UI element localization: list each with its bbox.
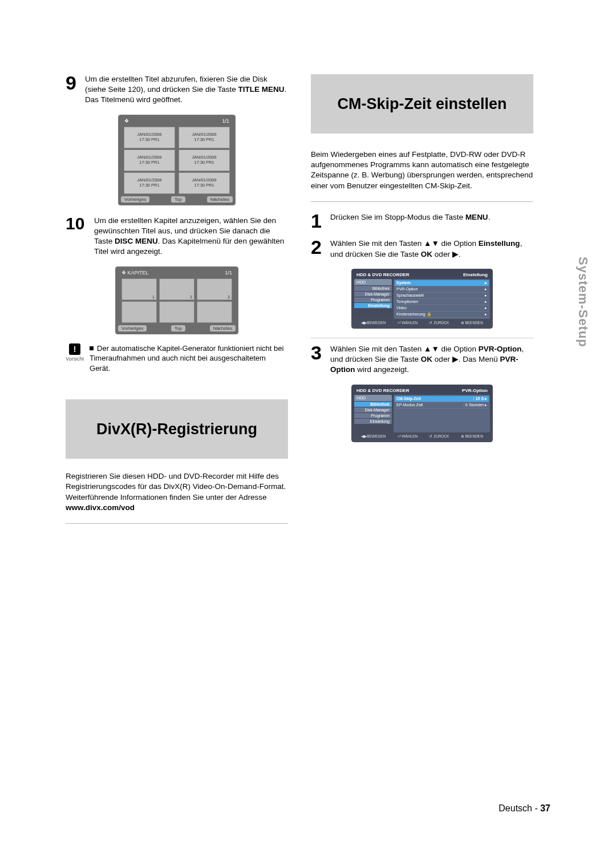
title-thumb: JAN/01/200617:30 PR1 xyxy=(124,127,175,148)
chapter-thumb: 3 xyxy=(197,278,232,300)
page-indicator: 1/1 xyxy=(225,270,232,276)
divider xyxy=(66,523,288,524)
side-item: Einstellung xyxy=(354,419,392,424)
side-item: Disk-Manager xyxy=(354,407,392,413)
prev-button: Vorheriges xyxy=(118,325,147,331)
title-thumb: JAN/01/200617:30 PR1 xyxy=(179,172,230,194)
page-indicator: 1/1 xyxy=(222,118,229,124)
step-1: 1 Drücken Sie im Stopp-Modus die Taste M… xyxy=(311,212,533,230)
square-bullet-icon xyxy=(90,346,94,350)
step-3: 3 Wählen Sie mit den Tasten ▲▼ die Optio… xyxy=(311,344,533,375)
panel-breadcrumb: PVR-Option xyxy=(462,388,488,393)
title-thumb: JAN/01/200617:30 PR1 xyxy=(124,149,175,171)
menu-row: System▸ xyxy=(395,280,489,286)
title-thumb: JAN/01/200617:30 PR1 xyxy=(179,149,230,171)
menu-row: EP-Modus Zeit: 6 Stunden ▸ xyxy=(395,402,489,409)
title-menu-screenshot: ❖ 1/1 JAN/01/200617:30 PR1 JAN/01/200617… xyxy=(118,115,236,205)
right-column: CM-Skip-Zeit einstellen Beim Wiedergeben… xyxy=(311,74,533,534)
side-item: Programm xyxy=(354,297,392,302)
side-item-selected: Bibliothek xyxy=(354,402,392,407)
chapter-thumb xyxy=(121,301,157,323)
menu-row: Tonoptionen▸ xyxy=(395,299,489,305)
menu-row: Kindersicherung 🔒▸ xyxy=(395,312,489,318)
divider xyxy=(311,201,533,202)
kapitel-head: ❖ KAPITEL xyxy=(121,270,149,276)
section-side-tab: System-Setup xyxy=(576,257,590,347)
menu-row: CM-Skip-Zeit: 15 S ▸ xyxy=(395,396,489,402)
top-button: Top xyxy=(171,325,185,331)
side-head: HDD xyxy=(354,395,392,401)
next-button: Nächstes xyxy=(210,325,236,331)
panel-footer-hints: ◀▶BEWEGEN ⏎ WÄHLEN ↺ ZURÜCK ⊗ BEENDEN xyxy=(354,319,490,326)
step-number: 1 xyxy=(311,212,326,230)
menu-row: PVR-Option▸ xyxy=(395,286,489,293)
panel-title: HDD & DVD RECORDER xyxy=(356,388,409,393)
menu-row: Sprachauswahl▸ xyxy=(395,293,489,299)
step-10: 10 Um die erstellten Kapitel anzuzeigen,… xyxy=(66,216,288,257)
divider xyxy=(311,338,533,338)
panel-footer-hints: ◀▶BEWEGEN ⏎ WÄHLEN ↺ ZURÜCK ⊗ BEENDEN xyxy=(354,432,490,439)
prev-button: Vorheriges xyxy=(121,196,149,203)
step-2: 2 Wählen Sie mit den Tasten ▲▼ die Optio… xyxy=(311,238,533,259)
chapter-thumb xyxy=(159,301,194,323)
osd-panel-pvr: HDD & DVD RECORDER PVR-Option HDD Biblio… xyxy=(351,385,493,442)
menu-row: Video▸ xyxy=(395,305,489,312)
side-item: Programm xyxy=(354,413,392,418)
title-thumb: JAN/01/200617:30 PR1 xyxy=(179,127,230,148)
panel-breadcrumb: Einstellung xyxy=(463,272,488,277)
step-text: Um die erstellten Kapitel anzuzeigen, wä… xyxy=(94,216,288,257)
side-item: Bibliothek xyxy=(354,286,392,291)
chapter-thumb xyxy=(197,301,232,323)
next-button: Nächstes xyxy=(207,196,233,203)
glyph-icon: ❖ xyxy=(124,118,129,124)
left-column: 9 Um die erstellten Titel abzurufen, fix… xyxy=(66,74,288,534)
chapter-menu-screenshot: ❖ KAPITEL 1/1 1 2 3 Vorheriges Top Nächs… xyxy=(115,266,238,334)
title-thumb: JAN/01/200617:30 PR1 xyxy=(124,172,175,194)
caution-icon: ! Vorsicht xyxy=(66,343,84,362)
step-number: 2 xyxy=(311,238,326,259)
manual-page: System-Setup 9 Um die erstellten Titel a… xyxy=(0,0,616,845)
step-number: 3 xyxy=(311,344,326,375)
divx-section-title: DivX(R)-Registrierung xyxy=(66,399,288,459)
step-9: 9 Um die erstellten Titel abzurufen, fix… xyxy=(66,74,288,106)
side-head: HDD xyxy=(354,279,392,285)
caution-text: Der automatische Kapitel-Generator funkt… xyxy=(90,343,288,374)
page-footer: Deutsch - 37 xyxy=(499,803,550,814)
chapter-thumb: 2 xyxy=(159,278,194,300)
cmskip-section-title: CM-Skip-Zeit einstellen xyxy=(311,74,533,134)
divx-paragraph: Registrieren Sie diesen HDD- und DVD-Rec… xyxy=(66,471,288,513)
step-text: Wählen Sie mit den Tasten ▲▼ die Option … xyxy=(330,344,533,375)
osd-panel-settings: HDD & DVD RECORDER Einstellung HDD Bibli… xyxy=(351,269,493,329)
step-number: 9 xyxy=(66,74,80,106)
step-text: Wählen Sie mit den Tasten ▲▼ die Option … xyxy=(330,238,533,259)
chapter-thumb: 1 xyxy=(121,278,157,300)
step-text: Um die erstellten Titel abzurufen, fixie… xyxy=(85,74,288,106)
side-item-selected: Einstellung xyxy=(354,303,392,308)
cmskip-paragraph: Beim Wiedergeben eines auf Festplatte, D… xyxy=(311,149,533,191)
panel-title: HDD & DVD RECORDER xyxy=(356,272,409,277)
side-item: Disk-Manager xyxy=(354,292,392,297)
caution-note: ! Vorsicht Der automatische Kapitel-Gene… xyxy=(66,343,288,374)
step-number: 10 xyxy=(66,216,90,257)
step-text: Drücken Sie im Stopp-Modus die Taste MEN… xyxy=(330,212,490,230)
top-button: Top xyxy=(171,196,185,203)
